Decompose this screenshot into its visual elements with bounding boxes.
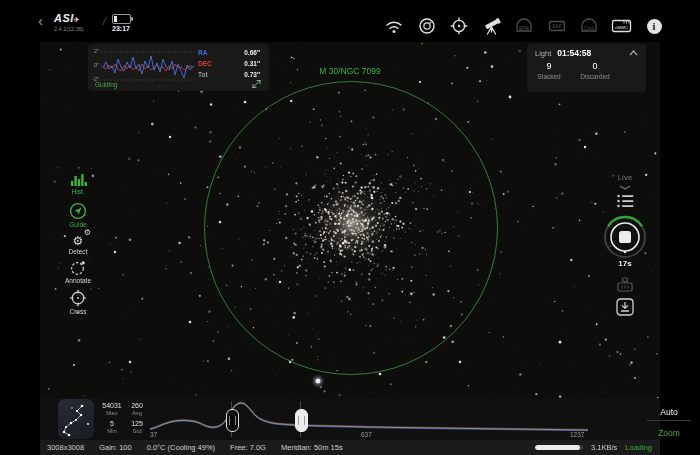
wifi-icon[interactable] (383, 16, 405, 36)
device-icon-row: EFW EAF CAA eMMC i (383, 16, 665, 36)
expand-icon[interactable] (251, 79, 262, 89)
guide-legend-dec: DEC0.31″ (198, 60, 260, 67)
collapse-chevron-icon[interactable] (629, 50, 638, 56)
telescope-icon[interactable] (481, 16, 503, 36)
svg-text:EAF: EAF (552, 24, 561, 29)
discarded-counter: 0 Discarded (573, 61, 617, 80)
clear-stack-button[interactable] (602, 277, 648, 293)
svg-text:CAA: CAA (584, 26, 594, 31)
guide-ytick: 2″ (89, 48, 99, 54)
svg-text:EFW: EFW (519, 26, 530, 31)
battery-icon (112, 14, 131, 24)
target-label: M 30/NGC 7099 (319, 66, 380, 76)
logo-mark-icon: ✈ (74, 16, 80, 23)
hist-xtick: 1237 (570, 431, 584, 438)
histogram-panel: 54031Max 260Avg 5Min 125Std 37 637 1237 … (40, 398, 660, 440)
app-logo: ASI✈ (54, 12, 80, 24)
chevron-down-icon (619, 185, 631, 190)
transfer-progress-bar (535, 445, 583, 450)
target-annotation-circle (204, 81, 498, 375)
elapsed-time: 01:54:58 (557, 48, 623, 58)
black-point-slider[interactable] (226, 409, 239, 432)
eaf-icon[interactable]: EAF (546, 16, 568, 36)
guide-legend-ra: RA0.66″ (198, 49, 260, 56)
guiding-panel[interactable]: 2″ 0″ -2″ RA0.66″ DEC0.31″ Tot0.73″ Guid… (88, 44, 269, 91)
status-meridian: Meridian: 50m 15s (281, 443, 343, 452)
main-camera-icon[interactable] (416, 16, 438, 36)
sidebar-item-detect[interactable]: ⚙⚙ Detect (59, 231, 97, 255)
loading-label: Loading (625, 443, 652, 452)
clock: 23:17 (108, 25, 134, 32)
sky-atlas-thumbnail[interactable] (58, 399, 94, 439)
guide-scope-icon[interactable] (448, 16, 470, 36)
stop-capture-button[interactable] (602, 214, 648, 260)
efw-icon[interactable]: EFW (513, 16, 535, 36)
white-point-slider[interactable] (295, 409, 308, 432)
save-image-button[interactable] (602, 298, 648, 316)
guiding-status-label: Guiding (95, 81, 117, 88)
frame-type-label: Light (535, 49, 551, 58)
back-icon[interactable]: ‹ (38, 14, 43, 28)
guide-ytick: 0″ (89, 62, 99, 68)
zoom-button[interactable]: Zoom (644, 422, 694, 440)
sidebar-item-annotate[interactable]: Annotate (59, 260, 97, 284)
live-mode-toggle[interactable]: Live (602, 166, 648, 190)
guiding-graph (101, 47, 195, 85)
app-version: 2.4.1(12.35) (54, 26, 84, 32)
info-icon[interactable]: i (643, 16, 665, 36)
exposure-countdown: 17s (602, 259, 648, 268)
hist-xtick: 37 (150, 431, 157, 438)
caa-icon[interactable]: CAA (578, 16, 600, 36)
asiair-app: M 30/NGC 7099 ‹ ASI✈ 2.4.1(12.35) / 23:1… (0, 0, 700, 455)
status-resolution: 3008x3008 (47, 443, 84, 452)
status-gain: Gain: 100 (99, 443, 132, 452)
emmc-storage-icon[interactable]: eMMC (611, 16, 633, 36)
capture-status-panel: Light 01:54:58 9 Stacked 0 Discarded (527, 44, 646, 92)
svg-text:eMMC: eMMC (615, 25, 628, 30)
transfer-rate: 3.1KB/s (591, 443, 617, 452)
sequence-list-button[interactable] (602, 194, 648, 208)
stop-icon (619, 231, 631, 243)
status-bar: 3008x3008 Gain: 100 0.0°C (Cooling 49%) … (40, 440, 660, 455)
gears-icon: ⚙⚙ (59, 231, 97, 247)
status-free-space: Free: 7.0G (230, 443, 266, 452)
stacked-counter: 9 Stacked (531, 61, 567, 80)
header-divider: / (102, 15, 107, 27)
guide-legend-tot: Tot0.73″ (198, 71, 260, 78)
sidebar-item-cross[interactable]: Cross (59, 289, 97, 315)
sidebar-item-guide[interactable]: Guide (59, 202, 97, 228)
sidebar-item-hist[interactable]: Hist. (59, 173, 97, 195)
status-temperature: 0.0°C (Cooling 49%) (147, 443, 215, 452)
stat-avg: 260Avg (124, 402, 150, 416)
stat-std: 125Std (124, 420, 150, 434)
hist-xtick: 637 (361, 431, 372, 438)
